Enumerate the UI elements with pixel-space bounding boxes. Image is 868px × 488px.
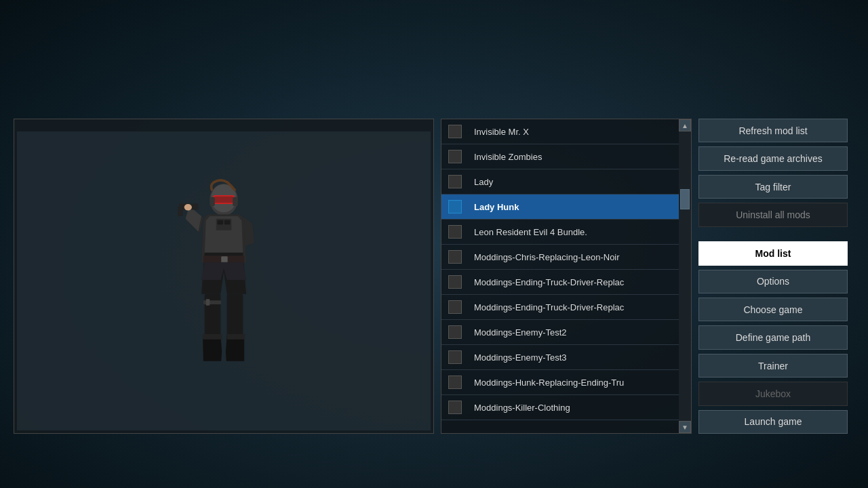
svg-rect-18 [203,334,222,340]
mod-list-item[interactable]: Moddings-Killer-Clothing [441,395,691,420]
right-panel: Refresh mod listRe-read game archivesTag… [698,119,848,434]
checkbox-box [448,225,462,239]
mod-list-item[interactable]: Lady Hunk [441,195,691,220]
mod-row-label: Invisible Zombies [469,152,691,162]
mod-list-item[interactable]: Invisible Zombies [441,144,691,169]
scrollbar[interactable]: ▲ ▼ [679,119,691,433]
mod-row-label: Lady Hunk [469,202,691,212]
mod-checkbox[interactable] [441,144,469,169]
choose-game-button[interactable]: Choose game [698,298,848,321]
svg-point-11 [184,204,192,210]
svg-rect-10 [178,206,183,216]
mod-checkbox[interactable] [441,295,469,319]
mod-checkbox[interactable] [441,169,469,194]
checkbox-box [448,175,462,188]
main-layout: Invisible Mr. XInvisible ZombiesLadyLady… [14,119,854,434]
mod-list-item[interactable]: Leon Resident Evil 4 Bundle. [441,220,691,245]
mod-list: Invisible Mr. XInvisible ZombiesLadyLady… [441,119,691,433]
jukebox-button[interactable]: Jukebox [698,382,848,405]
mod-row-label: Moddings-Ending-Truck-Driver-Replac [469,277,691,287]
mod-row-label: Leon Resident Evil 4 Bundle. [469,227,691,237]
mod-checkbox[interactable] [441,270,469,294]
checkbox-box [448,125,462,138]
mod-list-item[interactable]: Moddings-Ending-Truck-Driver-Replac [441,295,691,320]
checkbox-box [448,350,462,364]
mod-list-item[interactable]: Lady [441,169,691,195]
mod-row-label: Moddings-Hunk-Replacing-Ending-Tru [469,378,691,388]
svg-rect-19 [227,334,245,340]
scroll-thumb[interactable] [680,189,690,209]
mod-row-label: Invisible Mr. X [469,127,691,137]
checkbox-box [448,275,462,289]
checkbox-box [448,250,462,264]
scroll-track [679,131,691,421]
mod-checkbox[interactable] [441,345,469,369]
scroll-up-button[interactable]: ▲ [679,119,691,131]
author-line [14,126,433,129]
launch-game-button[interactable]: Launch game [698,410,848,434]
mod-row-label: Moddings-Ending-Truck-Driver-Replac [469,302,691,312]
svg-rect-5 [233,197,238,205]
mod-list-item[interactable]: Moddings-Ending-Truck-Driver-Replac [441,270,691,295]
scroll-down-button[interactable]: ▼ [679,421,691,433]
mod-list-item[interactable]: Moddings-Hunk-Replacing-Ending-Tru [441,370,691,395]
mod-checkbox[interactable] [441,395,469,420]
svg-rect-8 [224,220,230,224]
svg-rect-13 [221,256,227,262]
left-panel [14,119,434,434]
mod-row-label: Moddings-Enemy-Test3 [469,352,691,363]
svg-rect-4 [210,197,215,205]
mod-list-item[interactable]: Moddings-Chris-Replacing-Leon-Noir [441,245,691,270]
checkbox-box [448,150,462,163]
mod-list-item[interactable]: Invisible Mr. X [441,119,691,144]
mod-list-item[interactable]: Moddings-Enemy-Test3 [441,345,691,370]
define-game-path-button[interactable]: Define game path [698,325,848,349]
svg-rect-3 [214,196,233,202]
checkbox-box [448,375,462,389]
mod-checkbox[interactable] [441,220,469,244]
checkbox-box [448,200,462,214]
mod-checkbox[interactable] [441,245,469,269]
mod-row-label: Moddings-Enemy-Test2 [469,327,691,338]
refresh-mod-list-button[interactable]: Refresh mod list [698,119,848,142]
checkbox-box [448,401,462,414]
uninstall-all-mods-button[interactable]: Uninstall all mods [698,203,848,226]
mod-row-label: Moddings-Killer-Clothing [469,403,691,413]
character-svg [156,173,292,390]
mod-checkbox[interactable] [441,119,469,144]
mod-checkbox[interactable] [441,370,469,394]
checkbox-box [448,300,462,314]
mod-image-area [17,131,431,430]
checkbox-box [448,325,462,339]
svg-rect-7 [218,220,223,224]
mod-checkbox[interactable] [441,195,469,219]
reread-game-archives-button[interactable]: Re-read game archives [698,146,848,170]
mod-list-item[interactable]: Moddings-Enemy-Test2 [441,320,691,345]
mod-header [14,119,433,126]
mod-checkbox[interactable] [441,320,469,344]
mod-row-label: Lady [469,177,691,187]
mod-row-label: Moddings-Chris-Replacing-Leon-Noir [469,252,691,262]
mod-list-button[interactable]: Mod list [698,241,848,265]
svg-rect-17 [206,299,210,305]
svg-rect-15 [227,293,243,338]
tag-filter-button[interactable]: Tag filter [698,175,848,199]
options-button[interactable]: Options [698,270,848,293]
mid-panel: Invisible Mr. XInvisible ZombiesLadyLady… [441,119,692,434]
trainer-button[interactable]: Trainer [698,354,848,378]
